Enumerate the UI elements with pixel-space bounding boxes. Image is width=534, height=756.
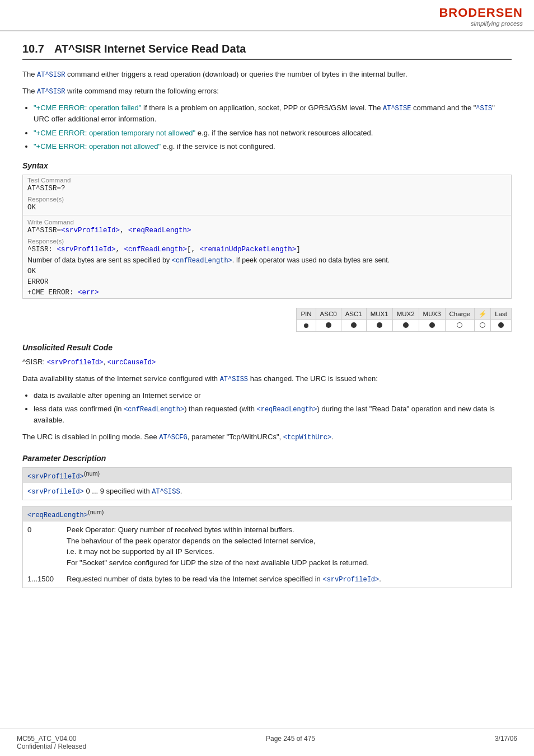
dot-mux2 [403,322,409,328]
syntax-divider-1 [23,215,511,215]
dot-mux1 [377,322,382,328]
write-response-line1: ^SISR: <srvProfileId>, <cnfReadLength>[,… [23,245,511,255]
test-response-code: OK [23,203,511,213]
param-heading: Parameter Description [22,454,512,463]
ch-lightning [475,320,491,331]
param2-row-1500: 1...1500 Requested number of data bytes … [23,571,511,588]
ch-charge [445,320,475,331]
section-title: AT^SISR Internet Service Read Data [54,43,246,55]
dot-pin [304,323,308,328]
urc-para1: Data availability status of the Internet… [22,373,512,384]
page-header: BRODERSEN simplifying process [0,0,534,31]
ch-header-asc0: ASC0 [316,308,341,320]
write-response-error: ERROR [23,277,511,288]
code-cnf2: <cnfReadLength> [124,406,184,414]
error-text-2: "+CME ERROR: operation temporary not all… [34,129,195,137]
write-response-line2: Number of data bytes are sent as specifi… [23,255,511,266]
error-text-3: "+CME ERROR: operation not allowed" [34,142,161,151]
urc-code-line: ^SISR: <srvProfileId>, <urcCauseId> [22,356,512,368]
footer-center: Page 245 of 475 [266,735,315,750]
channel-table-wrap: PIN ASC0 ASC1 MUX1 MUX2 MUX3 Charge ⚡ La… [22,308,512,332]
code-cnfreadlength: <cnfReadLength> [172,257,232,265]
code-atsiss: AT^SISS [220,375,248,383]
brand-tagline: simplifying process [439,20,523,27]
param-block-2: <reqReadLength>(num) 0 Peek Operator: Qu… [22,506,512,588]
ch-mux3 [419,320,445,331]
dot-lightning [480,322,485,328]
param2-desc-1500: Requested number of data bytes to be rea… [62,571,511,588]
urc-bullet-1: data is available after opening an Inter… [34,390,512,401]
intro-para2: The AT^SISR write command may return the… [22,86,512,97]
code-atsisr-2: AT^SISR [37,88,65,96]
error-text-1: "+CME ERROR: operation failed" [34,104,141,112]
error-list: "+CME ERROR: operation failed" if there … [22,102,512,152]
write-command-label: Write Command [23,217,511,226]
code-req2: <reqReadLength> [257,406,317,414]
ch-mux2 [392,320,419,331]
brand-name: BRODERSEN [439,6,523,20]
code-atsisr-1: AT^SISR [37,71,65,79]
param2-val-1500: 1...1500 [23,571,62,588]
param-block-1: <srvProfileId>(num) <srvProfileId> 0 ...… [22,467,512,500]
section-heading: 10.7 AT^SISR Internet Service Read Data [22,43,512,60]
dot-charge [457,322,462,328]
ch-header-lightning: ⚡ [475,308,491,320]
write-response-label: Response(s) [23,236,511,245]
error-item-1: "+CME ERROR: operation failed" if there … [34,102,512,125]
dot-asc1 [351,322,357,328]
param2-table: 0 Peek Operator: Query number of receive… [23,522,511,588]
code-atsiss2: AT^SISS [152,488,180,496]
logo-area: BRODERSEN simplifying process [439,6,523,27]
footer-left: MC55_ATC_V04.00 Confidential / Released [17,735,86,750]
urc-para2: The URC is disabled in polling mode. See… [22,431,512,443]
urc-heading: Unsolicited Result Code [22,343,512,352]
test-response-label: Response(s) [23,194,511,203]
param1-header: <srvProfileId>(num) [23,468,511,483]
footer-date: 3/17/06 [495,735,517,750]
param2-row-0: 0 Peek Operator: Query number of receive… [23,522,511,571]
dot-asc0 [326,322,331,328]
code-atsise: AT^SISE [383,105,411,112]
param1-ref: <srvProfileId> [27,488,84,496]
page-footer: MC55_ATC_V04.00 Confidential / Released … [0,729,534,756]
test-command-code: AT^SISR=? [23,184,511,194]
param1-sup: (num) [84,470,100,477]
write-command-code: AT^SISR=<srvProfileId>, <reqReadLength> [23,226,511,236]
ch-mux1 [366,320,392,331]
dot-mux3 [429,322,435,328]
param2-desc-0: Peek Operator: Query number of received … [62,522,511,571]
ch-last [491,320,512,331]
syntax-heading: Syntax [22,161,512,170]
param2-header: <reqReadLength>(num) [23,506,511,522]
syntax-table: Test Command AT^SISR=? Response(s) OK Wr… [22,175,512,299]
urc-bullet-2: less data was confirmed (in <cnfReadLeng… [34,403,512,426]
channel-row [297,320,512,331]
test-command-label: Test Command [23,175,511,184]
code-urc: <urcCauseId> [107,359,156,367]
write-response-ok: OK [23,266,511,277]
footer-doc-id: MC55_ATC_V04.00 [17,735,86,743]
channel-table: PIN ASC0 ASC1 MUX1 MUX2 MUX3 Charge ⚡ La… [296,308,512,332]
code-srvprofileid-ref: <srvProfileId> [322,576,379,584]
code-tcpwithurc: <tcpWithUrc> [283,434,331,442]
intro-para1: The AT^SISR command either triggers a re… [22,69,512,80]
ch-header-last: Last [491,308,512,320]
error-item-2: "+CME ERROR: operation temporary not all… [34,128,512,139]
ch-header-mux1: MUX1 [366,308,392,320]
urc-bullet-list: data is available after opening an Inter… [22,390,512,426]
main-content: 10.7 AT^SISR Internet Service Read Data … [0,31,534,611]
ch-pin [297,320,316,331]
param2-name: <reqReadLength> [27,511,88,519]
code-srv: <srvProfileId> [47,359,104,367]
ch-header-asc1: ASC1 [341,308,366,320]
section-number: 10.7 [22,43,44,55]
error-item-3: "+CME ERROR: operation not allowed" e.g.… [34,141,512,152]
ch-asc0 [316,320,341,331]
ch-asc1 [341,320,366,331]
ch-header-mux3: MUX3 [419,308,445,320]
ch-header-pin: PIN [297,308,316,320]
param2-val-0: 0 [23,522,62,571]
code-atscfg: AT^SCFG [159,434,187,442]
ch-header-charge: Charge [445,308,475,320]
ch-header-mux2: MUX2 [392,308,419,320]
